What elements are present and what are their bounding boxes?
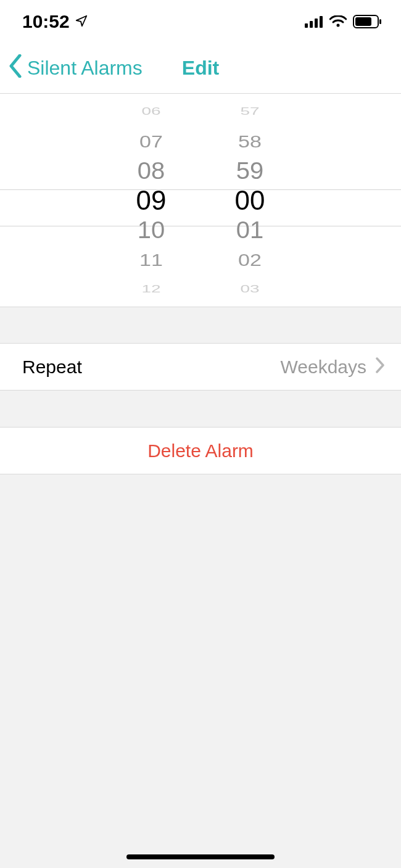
svg-rect-0 — [305, 23, 308, 28]
picker-item: 12 — [130, 280, 173, 298]
repeat-label: Repeat — [22, 357, 280, 378]
nav-bar: Silent Alarms Edit — [0, 43, 401, 94]
home-indicator[interactable] — [126, 854, 275, 859]
status-bar: 10:52 — [0, 0, 401, 43]
picker-item: 06 — [130, 102, 173, 120]
svg-rect-7 — [379, 19, 381, 24]
picker-item: 01 — [228, 215, 271, 244]
picker-item: 10 — [130, 215, 173, 244]
status-time: 10:52 — [22, 11, 70, 32]
picker-item-selected: 00 — [228, 186, 271, 215]
delete-label: Delete Alarm — [147, 440, 254, 461]
svg-rect-2 — [315, 19, 318, 28]
picker-item: 59 — [228, 156, 271, 184]
status-right — [305, 15, 381, 28]
cellular-icon — [305, 15, 323, 28]
chevron-right-icon — [375, 357, 385, 378]
battery-icon — [353, 15, 381, 28]
minute-picker[interactable]: 56 57 58 59 00 01 02 03 04 — [228, 94, 271, 307]
picker-item: 03 — [228, 280, 271, 298]
svg-rect-6 — [355, 17, 371, 26]
picker-item-selected: 09 — [130, 186, 173, 215]
page-title: Edit — [182, 57, 219, 80]
svg-point-4 — [337, 24, 340, 27]
picker-item: 02 — [228, 247, 271, 271]
repeat-row[interactable]: Repeat Weekdays — [0, 344, 401, 391]
back-label: Silent Alarms — [27, 57, 143, 80]
svg-rect-3 — [320, 16, 323, 28]
picker-item: 58 — [228, 129, 271, 152]
hour-picker[interactable]: 05 06 07 08 09 10 11 12 13 — [130, 94, 173, 307]
delete-alarm-button[interactable]: Delete Alarm — [0, 428, 401, 474]
time-picker[interactable]: 05 06 07 08 09 10 11 12 13 56 57 58 59 0… — [0, 94, 401, 307]
picker-item: 57 — [228, 102, 271, 120]
svg-rect-1 — [310, 21, 313, 28]
wifi-icon — [329, 15, 347, 28]
picker-item: 11 — [130, 247, 173, 271]
chevron-left-icon — [9, 54, 23, 83]
picker-item: 07 — [130, 129, 173, 152]
location-icon — [75, 11, 88, 32]
picker-item: 08 — [130, 156, 173, 184]
section-spacer — [0, 307, 401, 344]
section-spacer — [0, 391, 401, 428]
back-button[interactable]: Silent Alarms — [0, 54, 143, 83]
status-left: 10:52 — [22, 11, 88, 32]
repeat-value: Weekdays — [280, 357, 366, 378]
